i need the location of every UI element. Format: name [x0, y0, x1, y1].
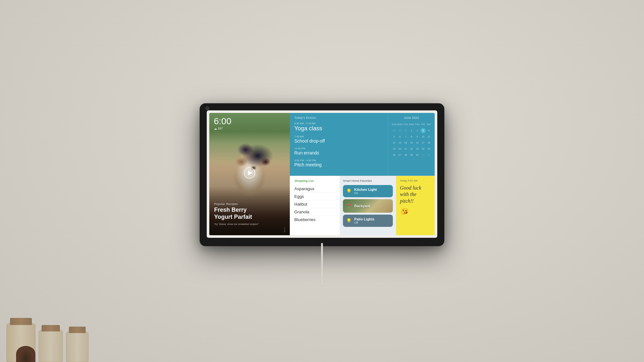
cal-day-4[interactable]: 4 [426, 128, 431, 133]
top-section: Today's Events 6:30 AM - 7:15 AM Yoga cl… [290, 113, 435, 176]
cal-day-18[interactable]: 18 [426, 140, 431, 145]
cal-day-5[interactable]: 5 [392, 134, 397, 139]
cal-day-29[interactable]: 29 [409, 153, 414, 158]
cal-day-17[interactable]: 17 [421, 140, 426, 145]
cal-day-3-today[interactable]: 3 [421, 128, 426, 133]
weather-icon: ☁ [214, 127, 217, 130]
frame-mat: 6:00 ☁ 64° Popular Recipes [207, 110, 437, 238]
cal-week-1: 29 30 31 1 2 3 4 [392, 128, 431, 133]
light-bulb-icon: 💡 [346, 189, 352, 194]
event-time-2: 7:45 AM [294, 135, 384, 138]
cal-day-1-next[interactable]: 1 [421, 153, 426, 158]
cal-week-2: 5 6 7 8 9 10 11 [392, 134, 431, 139]
cal-day-6[interactable]: 6 [397, 134, 402, 139]
cal-day-12[interactable]: 12 [392, 140, 397, 145]
recipe-info: Popular Recipes Fresh Berry Yogurt Parfa… [214, 202, 285, 225]
cal-header-thu: THU [415, 122, 420, 127]
cal-day-15[interactable]: 15 [409, 140, 414, 145]
event-item-4[interactable]: 3:30 PM - 4:30 PM Pitch meeting [294, 159, 384, 168]
patio-lights-card[interactable]: 💡 Patio Lights Off [343, 215, 393, 227]
cal-header-mon: MON [397, 122, 402, 127]
camera-dot [205, 107, 209, 110]
clock-weather: 6:00 ☁ 64° [214, 117, 232, 130]
shopping-item-blueberries[interactable]: Blueberries [294, 216, 335, 223]
cal-day-14[interactable]: 14 [403, 140, 408, 145]
cal-day-7[interactable]: 7 [403, 134, 408, 139]
cal-day-20[interactable]: 20 [397, 146, 402, 152]
calendar-day-headers: SUN MON TUE WED THU FRI SAT [392, 122, 431, 127]
cal-day-19[interactable]: 19 [392, 146, 397, 152]
event-item-2[interactable]: 7:45 AM School drop-off [294, 135, 384, 144]
device-frame: 6:00 ☁ 64° Popular Recipes [200, 103, 444, 246]
cal-day-28[interactable]: 28 [403, 153, 408, 158]
decorative-jars [0, 291, 129, 362]
cal-day-13[interactable]: 13 [397, 140, 402, 145]
recipe-suggestion: Try "Alexa, show me breakfast recipes" [214, 223, 285, 226]
camera-icon: 📍 [346, 203, 352, 209]
cal-day-2[interactable]: 2 [415, 128, 420, 133]
cal-day-22[interactable]: 22 [409, 146, 414, 152]
cal-day-11[interactable]: 11 [426, 134, 431, 139]
sticky-emoji: 😘 [400, 207, 431, 216]
sticky-time: Today, 5:51 AM [400, 179, 431, 182]
right-panels: Today's Events 6:30 AM - 7:15 AM Yoga cl… [290, 113, 435, 235]
shopping-item-halibut[interactable]: Halibut [294, 200, 335, 208]
power-cord [321, 243, 323, 285]
shopping-panel: Shopping List Asparagus Eggs Halibut Gra… [290, 176, 340, 235]
patio-lights-info: Patio Lights Off [354, 217, 390, 224]
shopping-title: Shopping List [294, 179, 335, 182]
cal-day-31-prev[interactable]: 31 [403, 128, 408, 133]
cal-day-29-prev[interactable]: 29 [392, 128, 397, 133]
jar-3 [66, 331, 89, 362]
play-button[interactable] [244, 167, 255, 179]
jar-2 [39, 330, 63, 362]
kitchen-light-card[interactable]: 💡 Kitchen Light On [343, 185, 393, 197]
shopping-item-granola[interactable]: Granola [294, 208, 335, 216]
backyard-card[interactable]: 📍 Backyard [343, 199, 393, 213]
cal-day-30-prev[interactable]: 30 [397, 128, 402, 133]
cal-day-9[interactable]: 9 [415, 134, 420, 139]
backyard-label: Backyard [354, 204, 370, 208]
cal-header-wed: WED [409, 122, 414, 127]
play-triangle-icon [248, 170, 252, 175]
cal-day-10[interactable]: 10 [421, 134, 426, 139]
backyard-bg: 📍 Backyard [343, 199, 393, 213]
weather-info: ☁ 64° [214, 127, 232, 130]
clock-display: 6:00 [214, 117, 232, 126]
event-name-2: School drop-off [294, 138, 384, 144]
smarthome-title: Smart Home Favorites [343, 179, 393, 182]
recipe-label: Popular Recipes [214, 202, 285, 206]
content-grid: 6:00 ☁ 64° Popular Recipes [209, 113, 435, 235]
cal-header-sun: SUN [392, 122, 397, 127]
patio-light-icon: 💡 [346, 218, 352, 223]
shopping-item-asparagus[interactable]: Asparagus [294, 185, 335, 193]
event-item-3[interactable]: 12:30 PM Run errands [294, 147, 384, 156]
cal-day-25[interactable]: 25 [426, 146, 431, 152]
cal-day-16[interactable]: 16 [415, 140, 420, 145]
cal-day-8[interactable]: 8 [409, 134, 414, 139]
kitchen-light-info: Kitchen Light On [354, 188, 390, 195]
left-panel: 6:00 ☁ 64° Popular Recipes [209, 113, 290, 235]
cal-day-1[interactable]: 1 [409, 128, 414, 133]
cal-day-2-next[interactable]: 2 [426, 153, 431, 158]
smarthome-panel: Smart Home Favorites 💡 Kitchen Light On [340, 176, 396, 235]
cal-day-21[interactable]: 21 [403, 146, 408, 152]
screen: 6:00 ☁ 64° Popular Recipes [209, 113, 435, 235]
patio-lights-status: Off [354, 221, 390, 224]
events-title: Today's Events [294, 116, 384, 119]
cal-day-23[interactable]: 23 [415, 146, 420, 152]
cal-day-27[interactable]: 27 [397, 153, 402, 158]
cal-day-24[interactable]: 24 [421, 146, 426, 152]
calendar-grid: SUN MON TUE WED THU FRI SAT [392, 122, 431, 158]
cal-day-30[interactable]: 30 [415, 153, 420, 158]
dots-menu[interactable]: ⋮ [282, 229, 287, 231]
event-name-3: Run errands [294, 150, 384, 156]
sticky-note-panel: Today, 5:51 AM Good luck with the pitch!… [396, 176, 435, 235]
shopping-item-eggs[interactable]: Eggs [294, 193, 335, 200]
cal-header-tue: TUE [403, 122, 408, 127]
event-item-1[interactable]: 6:30 AM - 7:15 AM Yoga class [294, 122, 384, 132]
cal-week-4: 19 20 21 22 23 24 25 [392, 146, 431, 152]
event-time-1: 6:30 AM - 7:15 AM [294, 122, 384, 125]
kitchen-light-status: On [354, 191, 390, 195]
cal-day-26[interactable]: 26 [392, 153, 397, 158]
